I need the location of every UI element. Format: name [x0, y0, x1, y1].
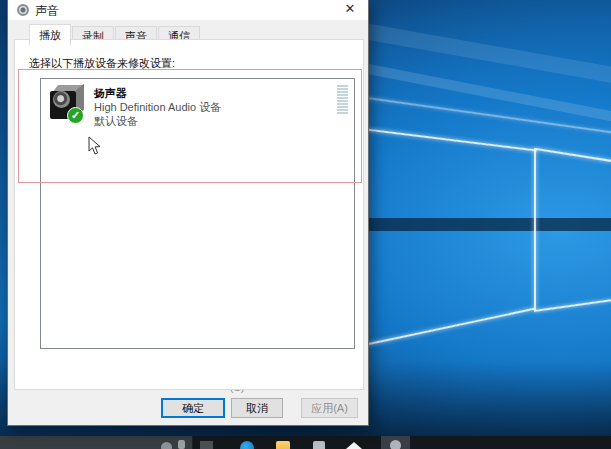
wallpaper-pane-top-left-line [362, 128, 537, 151]
ok-button[interactable]: 确定 [161, 398, 225, 418]
volume-level-meter [337, 85, 348, 115]
wallpaper-pane-vertical-line [534, 148, 536, 310]
wallpaper-beam-line [360, 96, 611, 134]
cancel-button[interactable]: 取消 [231, 398, 283, 418]
wallpaper-pane-top-right-line [536, 148, 611, 162]
wallpaper-dark-band [362, 218, 611, 231]
onedrive-icon[interactable] [346, 442, 362, 449]
screen: 声音 ✕ 播放录制声音通信 选择以下播放设备来修改设置: ✓ 扬声器 [0, 0, 611, 449]
mouse-cursor [88, 136, 101, 159]
store-icon[interactable] [313, 441, 325, 449]
tab-playback[interactable]: 播放 [29, 24, 71, 46]
device-item-speakers[interactable]: ✓ 扬声器 High Definition Audio 设备 默认设备 [42, 80, 353, 132]
speaker-device-icon: ✓ [49, 85, 85, 123]
speaker-icon-cone [53, 91, 70, 108]
sound-app-icon [390, 440, 401, 449]
edge-browser-icon[interactable] [240, 441, 254, 449]
close-icon[interactable]: ✕ [334, 0, 366, 19]
wallpaper-pane-bottom-right-line [534, 299, 611, 312]
device-status: 默认设备 [94, 114, 138, 129]
wallpaper-pane-bottom-left-line [364, 308, 535, 346]
file-explorer-icon[interactable] [276, 441, 290, 449]
sound-dialog: 声音 ✕ 播放录制声音通信 选择以下播放设备来修改设置: ✓ 扬声器 [7, 0, 369, 426]
active-app-taskbar-button[interactable] [381, 436, 410, 449]
instruction-label: 选择以下播放设备来修改设置: [29, 56, 175, 71]
dialog-title: 声音 [35, 3, 59, 20]
pen-icon [178, 440, 185, 449]
apply-button[interactable]: 应用(A) [301, 398, 358, 418]
speaker-icon [17, 4, 29, 16]
default-device-check-icon: ✓ [67, 107, 84, 124]
tab-strip: 播放录制声音通信 [29, 23, 201, 40]
device-driver: High Definition Audio 设备 [94, 100, 221, 115]
playback-tab-page: 选择以下播放设备来修改设置: ✓ 扬声器 High Definition Aud… [14, 39, 364, 390]
task-view-icon[interactable] [200, 441, 213, 449]
dialog-titlebar[interactable]: 声音 ✕ [8, 0, 368, 20]
device-name: 扬声器 [94, 86, 127, 101]
playback-device-list[interactable]: ✓ 扬声器 High Definition Audio 设备 默认设备 [40, 78, 355, 349]
taskbar [0, 436, 611, 449]
cortana-icon[interactable] [161, 442, 172, 449]
